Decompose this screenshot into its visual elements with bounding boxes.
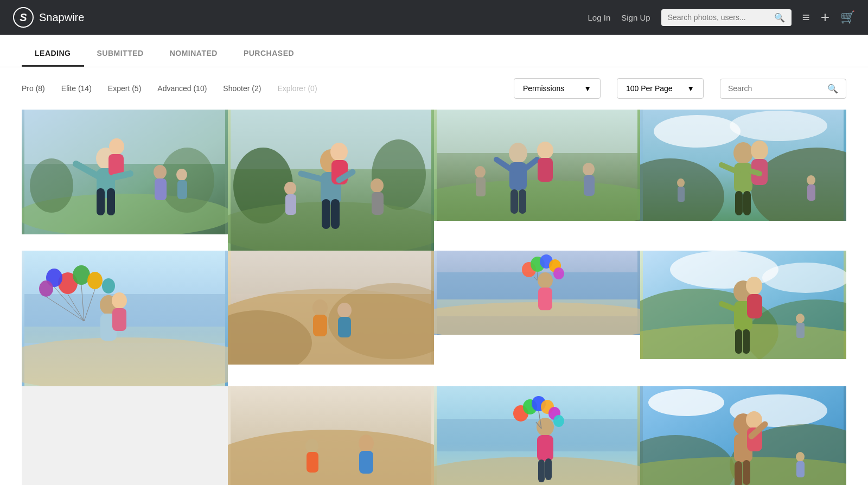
photo-search[interactable]: 🔍 [720,79,846,99]
svg-point-47 [475,166,486,178]
header-left: S Snapwire [13,7,84,28]
svg-point-37 [509,143,527,163]
signup-link[interactable]: Sign Up [621,13,650,22]
filter-explorer[interactable]: Explorer (0) [277,84,317,93]
photo-cell-7[interactable] [434,251,640,386]
svg-point-73 [87,272,103,289]
filter-shooter[interactable]: Shooter (2) [223,84,261,93]
svg-point-30 [371,178,384,193]
svg-point-13 [154,165,167,179]
svg-rect-65 [678,187,685,202]
tab-purchased[interactable]: PURCHASED [231,41,307,67]
tab-leading[interactable]: LEADING [22,41,84,67]
svg-point-26 [330,143,348,161]
svg-point-15 [176,169,187,181]
photo-image-1 [22,110,228,234]
svg-rect-35 [437,110,637,153]
photo-cell-11[interactable] [434,386,640,485]
svg-point-115 [746,277,762,295]
per-page-dropdown[interactable]: 100 Per Page ▼ [617,78,704,99]
photo-cell-4[interactable] [640,110,846,251]
photo-search-input[interactable] [728,84,823,93]
svg-point-3 [160,148,214,213]
svg-point-120 [796,314,805,323]
photo-grid [0,110,868,485]
svg-point-62 [807,175,815,185]
svg-point-126 [305,439,318,453]
photo-cell-8[interactable] [640,251,846,386]
svg-line-59 [750,171,760,174]
photo-image-12 [640,386,846,485]
svg-rect-31 [372,192,384,215]
logo-text: Snapwire [39,11,84,24]
svg-point-83 [112,292,127,309]
per-page-chevron: ▼ [687,84,694,93]
svg-point-140 [553,415,564,427]
svg-point-51 [730,111,827,141]
header-search-icon: 🔍 [774,12,785,23]
photo-search-icon: 🔍 [827,84,838,94]
filter-advanced[interactable]: Advanced (10) [157,84,207,93]
permissions-dropdown[interactable]: Permissions ▼ [514,78,601,99]
svg-point-54 [733,142,753,164]
filter-pro[interactable]: Pro (8) [22,84,45,93]
header-search-input[interactable] [668,13,774,22]
photo-cell-3[interactable] [434,110,640,251]
photo-image-6 [228,251,434,365]
svg-point-156 [796,452,805,462]
svg-rect-25 [331,199,340,229]
svg-rect-134 [545,458,552,480]
svg-point-109 [762,263,846,293]
photo-image-11 [434,386,640,485]
filter-elite[interactable]: Elite (14) [61,84,92,93]
svg-rect-24 [322,199,330,229]
svg-point-131 [537,418,554,436]
header-search[interactable]: 🔍 [661,9,792,26]
svg-point-9 [109,138,124,155]
svg-line-12 [114,174,130,177]
photo-image-8 [640,251,846,359]
svg-point-123 [228,430,434,485]
svg-rect-33 [285,194,296,215]
svg-rect-61 [743,191,751,215]
svg-point-124 [359,435,374,452]
menu-icon[interactable]: ≡ [802,10,810,25]
svg-point-130 [434,457,640,485]
svg-point-144 [648,389,724,416]
svg-rect-84 [112,308,126,331]
header-right: Log In Sign Up 🔍 ≡ + 🛒 [588,9,855,26]
svg-rect-154 [735,461,742,485]
photo-cell-1[interactable] [22,110,228,251]
add-icon[interactable]: + [821,9,829,26]
photo-cell-12[interactable] [640,386,846,485]
svg-point-104 [553,267,564,279]
svg-rect-118 [735,329,742,354]
svg-rect-14 [155,178,167,200]
svg-point-98 [538,272,553,289]
permissions-label: Permissions [523,84,564,93]
svg-rect-157 [796,461,805,477]
logo-letter: S [20,11,27,24]
svg-rect-16 [177,180,187,199]
per-page-label: 100 Per Page [626,84,673,93]
svg-rect-8 [107,188,115,215]
cart-icon[interactable]: 🛒 [840,10,855,24]
svg-point-36 [434,180,640,221]
filter-expert[interactable]: Expert (5) [108,84,141,93]
login-link[interactable]: Log In [588,13,611,22]
tab-nominated[interactable]: NOMINATED [157,41,231,67]
svg-point-50 [654,115,741,148]
photo-cell-6[interactable] [228,251,434,386]
svg-rect-132 [537,435,553,461]
tabs: LEADING SUBMITTED NOMINATED PURCHASED [22,41,846,67]
svg-rect-155 [743,460,750,485]
svg-rect-63 [807,184,815,201]
svg-point-45 [583,163,595,176]
svg-point-108 [670,251,778,289]
svg-rect-91 [313,315,327,336]
photo-cell-5[interactable] [22,251,228,386]
svg-rect-119 [743,329,750,354]
filters-row: Pro (8) Elite (14) Expert (5) Advanced (… [0,67,868,110]
photo-cell-2[interactable] [228,110,434,251]
tab-submitted[interactable]: SUBMITTED [84,41,157,67]
